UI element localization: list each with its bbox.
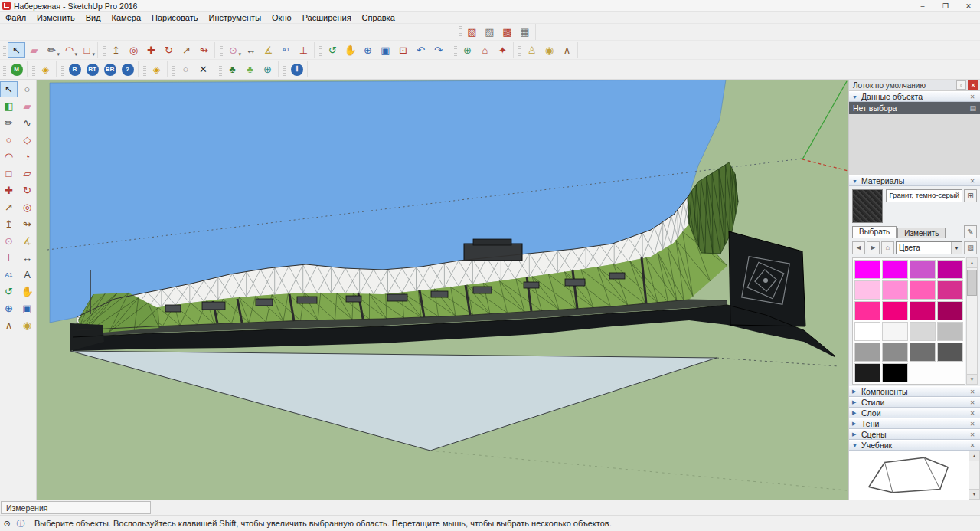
back-arrow-icon[interactable]: ◄ [852,241,865,254]
tray-section-close-icon[interactable]: ✕ [968,410,977,417]
offset-tool[interactable]: ◎ [18,199,36,215]
pan-tool[interactable]: ✋ [18,284,36,300]
menu-item[interactable]: Файл [0,12,31,23]
scale-tool[interactable]: ↗ [178,42,195,58]
freehand-tool[interactable]: ∿ [18,115,36,131]
color-swatch[interactable] [854,280,880,300]
toolbar-grip[interactable] [3,44,6,56]
tray-autohide-icon[interactable]: ▫ [956,80,966,90]
materials-close-icon[interactable]: ✕ [968,178,977,185]
menu-item[interactable]: Изменить [31,12,80,23]
render-rt-tool[interactable]: RT [83,61,101,77]
scatter-tool[interactable]: ✕ [194,61,212,77]
extension-warehouse-tool[interactable]: ✦ [494,42,511,58]
menu-item[interactable]: Окно [266,12,297,23]
info-icon[interactable]: ⓘ [14,518,28,529]
tab-select[interactable]: Выбрать [852,226,897,238]
toolbar-grip[interactable] [103,44,106,56]
orbit-tool[interactable]: ↺ [324,42,341,58]
tray-section-header[interactable]: ▶Сцены✕ [849,429,980,440]
toolbar-grip[interactable] [319,44,322,56]
toolbar-grip[interactable] [219,64,222,76]
oval-tool[interactable]: ○ [177,61,194,77]
section-display-toggle[interactable]: ▨ [481,24,498,40]
select-tool[interactable]: ↖ [8,42,25,58]
dimension-tool[interactable]: ↔ [18,250,36,266]
move-tool[interactable]: ✚ [142,42,160,58]
forward-arrow-icon[interactable]: ► [867,241,880,254]
zoom-tool[interactable]: ⊕ [359,42,377,58]
instructor-scrollbar[interactable]: ▲ ▼ [969,451,980,500]
palette-scrollbar[interactable]: ▲ ▼ [966,257,978,385]
color-swatch[interactable] [882,260,908,279]
toolbar-grip[interactable] [32,64,35,76]
circle-tool[interactable]: ○ [0,132,18,148]
pushpull-tool[interactable]: ↥ [107,42,125,58]
color-swatch[interactable] [854,363,880,382]
color-swatch[interactable] [910,343,936,362]
tray-section-header[interactable]: ▶Компоненты✕ [849,386,980,397]
lasso-tool[interactable]: ○ [18,81,36,97]
measurements-field[interactable]: Измерения [1,501,151,514]
pause-tool[interactable]: Ⅱ [288,61,305,77]
polygon-tool[interactable]: ◇ [18,132,36,148]
tray-section-close-icon[interactable]: ✕ [968,431,977,438]
menu-item[interactable]: Нарисовать [146,12,203,23]
menu-item[interactable]: Камера [106,12,146,23]
tray-section-header[interactable]: ▶Тени✕ [849,418,980,429]
scrollbar-thumb[interactable] [967,270,977,296]
entity-info-close-icon[interactable]: ✕ [968,93,977,100]
color-swatch[interactable] [937,322,963,341]
color-swatch[interactable] [882,301,908,320]
tray-section-header[interactable]: ▶Стили✕ [849,397,980,408]
maximize-button[interactable]: ❐ [934,0,957,12]
menu-item[interactable]: Инструменты [203,12,266,23]
zoom-tool[interactable]: ⊕ [0,300,18,316]
tray-section-close-icon[interactable]: ✕ [968,421,977,428]
scroll-down-icon[interactable]: ▼ [969,489,979,499]
entity-info-header[interactable]: ▼ Данные объекта ✕ [849,91,980,102]
color-swatch[interactable] [910,260,936,279]
zoom-window-tool[interactable]: ▣ [377,42,394,58]
toolbar-grip[interactable] [220,44,223,56]
create-material-button[interactable]: ⊞ [964,189,977,202]
followme-tool[interactable]: ↬ [195,42,213,58]
color-swatch[interactable] [910,280,936,300]
axes-tool[interactable]: ⊥ [0,250,18,266]
color-swatch[interactable] [882,322,908,341]
tray-section-close-icon[interactable]: ✕ [968,388,977,395]
zoom-extents-tool[interactable]: ⊡ [394,42,412,58]
color-swatch[interactable] [882,363,908,382]
toolbar-grip[interactable] [61,64,64,76]
color-swatch[interactable] [910,301,936,320]
orbit-tool[interactable]: ↺ [0,284,18,300]
tray-section-header[interactable]: ▶Слои✕ [849,408,980,418]
tree-tool[interactable]: ♣ [224,61,241,77]
scroll-up-icon[interactable]: ▲ [969,451,979,461]
zoom-window-tool[interactable]: ▣ [18,300,36,316]
text-tool[interactable]: A1 [277,42,295,58]
rotate-tool[interactable]: ↻ [160,42,178,58]
color-swatch[interactable] [910,322,936,341]
paint-bucket-tool[interactable]: ◧ [0,98,18,114]
warehouse-3d-tool[interactable]: ⌂ [476,42,494,58]
rectangle-tool[interactable]: □▾ [78,42,96,58]
render-r-tool[interactable]: R [66,61,83,77]
tape-measure-tool[interactable]: ⊙ [0,233,18,249]
toolbar-grip[interactable] [518,44,521,56]
tray-section-close-icon[interactable]: ✕ [968,399,977,406]
geolocation-icon[interactable]: ⊙ [0,519,14,529]
toolbar-grip[interactable] [3,64,6,76]
toolbar-grip[interactable] [283,64,286,76]
color-swatch[interactable] [882,280,908,300]
color-swatch[interactable] [854,343,880,362]
tag-tool[interactable]: ◈ [37,61,54,77]
tag2-tool[interactable]: ◈ [148,61,165,77]
tray-close-icon[interactable]: ✕ [968,80,978,90]
previous-view-tool[interactable]: ↶ [412,42,430,58]
scale-tool[interactable]: ↗ [0,199,18,215]
look-around-tool[interactable]: ◉ [541,42,558,58]
sample-paint-button[interactable]: ✎ [964,225,977,238]
eraser-tool[interactable]: ▰ [18,98,36,114]
globe-tool[interactable]: ⊕ [259,61,276,77]
